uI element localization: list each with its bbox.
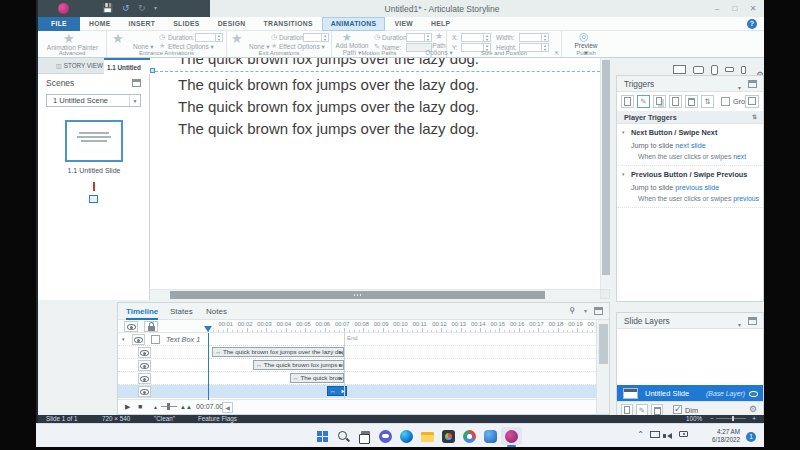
save-icon[interactable]: 💾 xyxy=(102,4,113,13)
taskbar-icon-start[interactable] xyxy=(312,427,333,445)
eye-toggle-button[interactable] xyxy=(138,360,151,371)
tab-states[interactable]: States xyxy=(170,303,193,320)
trigger-condition-link[interactable]: next xyxy=(733,153,746,160)
qat-dropdown-icon[interactable]: ▾ xyxy=(154,4,157,13)
expand-collapse-icon[interactable]: ▾ xyxy=(122,336,125,342)
menu-tab-insert[interactable]: INSERT xyxy=(120,17,165,31)
speaker-icon[interactable] xyxy=(667,433,672,439)
canvas-horizontal-scrollbar[interactable] xyxy=(150,289,600,299)
selection-handle[interactable] xyxy=(150,68,155,73)
display-icon[interactable] xyxy=(650,431,660,438)
timeline-animation-row[interactable]: ↔The quick brow...▸ xyxy=(118,372,596,385)
taskbar-clock[interactable]: 4:27 AM 6/18/2022 xyxy=(712,428,740,444)
taskbar-icon-file-explorer[interactable] xyxy=(417,427,438,445)
taskbar-icon-utility-app[interactable] xyxy=(480,427,501,445)
motion-duration-input[interactable]: ▲▼ xyxy=(406,33,432,42)
size-dialog-launcher-icon[interactable]: ⇱ xyxy=(555,50,559,56)
notification-badge[interactable]: 1 xyxy=(746,432,756,442)
tablet-landscape-preview-icon[interactable] xyxy=(693,66,704,74)
bar-drag-handle[interactable]: ↔ xyxy=(256,361,262,369)
scroll-left-button[interactable]: ◀ xyxy=(222,402,233,413)
play-button[interactable]: ▶ xyxy=(125,403,130,411)
eye-toggle-button[interactable] xyxy=(138,386,151,397)
chevron-down-icon[interactable]: ▾ xyxy=(622,129,625,135)
trigger-action-link[interactable]: next slide xyxy=(675,141,705,150)
eye-icon[interactable] xyxy=(749,391,758,397)
x-input[interactable]: ▲▼ xyxy=(461,33,491,42)
base-layer-row[interactable]: Untitled Slide (Base Layer) xyxy=(617,385,763,402)
eye-toggle-button[interactable] xyxy=(138,373,151,384)
group-checkbox[interactable] xyxy=(721,97,730,106)
zoom-out-icon[interactable]: − xyxy=(710,415,714,423)
maximize-button[interactable]: □ xyxy=(728,3,742,14)
layer-settings-gear-icon[interactable]: ⚙ xyxy=(749,404,757,414)
entrance-animation-icon[interactable]: ★ xyxy=(112,31,124,46)
timeline-zoom-icon[interactable]: ⚲ xyxy=(569,306,575,315)
scrollbar-thumb[interactable] xyxy=(170,291,545,299)
menu-tab-animations[interactable]: ANIMATIONS xyxy=(322,17,386,31)
bar-end-arrow[interactable]: ▸ xyxy=(339,361,342,369)
undo-icon[interactable]: ↺ xyxy=(122,4,130,13)
taskbar-icon-storyline[interactable] xyxy=(501,427,522,445)
playhead[interactable] xyxy=(204,326,212,332)
tab-timeline[interactable]: Timeline xyxy=(126,303,158,320)
desktop-preview-icon[interactable] xyxy=(673,65,686,74)
slide-thumbnail[interactable] xyxy=(65,120,123,162)
collapse-section-icon[interactable]: ⇅ xyxy=(752,111,757,124)
camera-icon[interactable] xyxy=(679,431,688,437)
help-icon[interactable]: ? xyxy=(747,19,757,29)
menu-tab-design[interactable]: DESIGN xyxy=(209,17,255,31)
panel-dock-icon[interactable] xyxy=(748,317,757,325)
trigger-action-link[interactable]: previous slide xyxy=(675,183,719,192)
new-trigger-button[interactable] xyxy=(621,95,634,108)
copy-trigger-button[interactable] xyxy=(653,95,666,108)
bar-drag-handle[interactable]: ↔ xyxy=(215,348,221,356)
taskbar-icon-media-app[interactable] xyxy=(438,427,459,445)
taskbar-icon-task-view[interactable] xyxy=(354,427,375,445)
timeline-animation-row[interactable]: ↔The quick brown fox jumps over the lazy… xyxy=(118,346,596,359)
panel-dock-icon[interactable] xyxy=(748,80,757,88)
bar-end-arrow[interactable]: ▸ xyxy=(339,348,342,356)
taskbar-icon-edge[interactable] xyxy=(396,427,417,445)
bar-drag-handle[interactable]: ↔ xyxy=(330,387,336,395)
scene-expand-icon[interactable] xyxy=(89,195,98,203)
panel-dock-icon[interactable] xyxy=(132,79,141,87)
playhead-line[interactable] xyxy=(208,333,209,400)
stop-button[interactable]: ■ xyxy=(138,403,142,410)
scrollbar-thumb[interactable] xyxy=(599,324,608,364)
timeline-ruler[interactable]: 00:0100:0200:0300:0400:0500:0600:0700:08… xyxy=(118,320,596,333)
width-input[interactable]: ▲▼ xyxy=(519,33,549,42)
bar-end-arrow[interactable]: ▸ xyxy=(339,374,342,382)
menu-tab-view[interactable]: VIEW xyxy=(385,17,422,31)
tablet-portrait-preview-icon[interactable] xyxy=(711,65,718,75)
preview-settings-icon[interactable] xyxy=(753,64,764,75)
timeline-animation-row[interactable]: ↔▸ xyxy=(118,385,596,398)
trigger-item[interactable]: ▾Previous Button / Swipe PreviousJump to… xyxy=(617,166,763,208)
scene-selector[interactable]: 1 Untitled Scene ▼ xyxy=(46,94,141,107)
menu-tab-help[interactable]: HELP xyxy=(422,17,459,31)
redo-icon[interactable]: ↻ xyxy=(138,4,146,13)
menu-tab-file[interactable]: FILE xyxy=(38,17,80,31)
tab-notes[interactable]: Notes xyxy=(206,303,227,320)
timeline-vertical-scrollbar[interactable] xyxy=(596,320,609,414)
paste-trigger-button[interactable] xyxy=(669,95,682,108)
edit-trigger-button[interactable]: ✎ xyxy=(637,95,650,108)
reorder-trigger-button[interactable]: ⇅ xyxy=(701,95,714,108)
object-checkbox[interactable] xyxy=(151,335,160,344)
animation-bar[interactable]: ↔The quick brown fox jumps over the lazy… xyxy=(212,347,344,357)
taskbar-icon-chat[interactable] xyxy=(375,427,396,445)
eye-toggle-button[interactable] xyxy=(132,334,145,345)
menu-tab-home[interactable]: HOME xyxy=(80,17,120,31)
dim-checkbox[interactable] xyxy=(673,405,682,414)
zoom-slider[interactable] xyxy=(716,418,746,419)
delete-trigger-button[interactable] xyxy=(685,95,698,108)
trigger-item[interactable]: ▾Next Button / Swipe NextJump to slide n… xyxy=(617,124,763,166)
minimize-button[interactable]: – xyxy=(710,3,724,14)
tab-slide-view[interactable]: 1.1 Untitled Sl... × xyxy=(104,58,150,74)
animation-bar[interactable]: ↔The quick brown fox jumps over t...▸ xyxy=(253,360,344,370)
canvas-vertical-scrollbar[interactable] xyxy=(600,58,610,289)
taskbar-icon-chrome[interactable] xyxy=(459,427,480,445)
chevron-down-icon[interactable]: ▾ xyxy=(584,307,587,314)
zoom-out-icon[interactable]: ▲ xyxy=(153,404,158,410)
zoom-slider-knob[interactable] xyxy=(732,416,734,421)
